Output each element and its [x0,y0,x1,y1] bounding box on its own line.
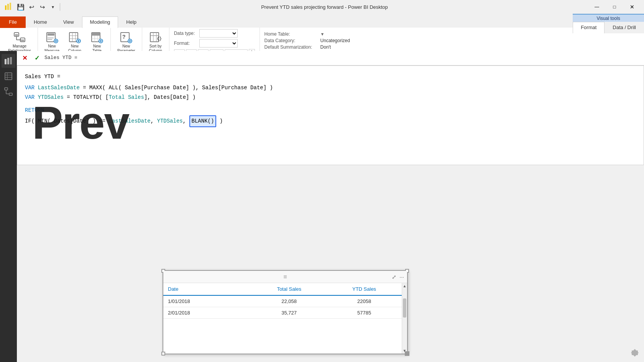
watermark-area [630,348,639,359]
cell-date-2: 2/01/2018 [163,307,251,318]
data-type-select[interactable] [199,29,238,38]
svg-rect-48 [5,88,8,90]
format-select[interactable] [199,39,238,48]
separator [60,3,60,11]
tab-modeling[interactable]: Modeling [82,16,118,28]
data-category-label-prop: Data Category: [264,38,318,43]
quick-access-toolbar: 💾 ↩ ↪ ▼ [3,1,61,13]
cell-date-1: 1/01/2018 [163,296,251,307]
visual-tools-group: Visual tools Format Data / Drill [573,14,644,28]
format-label: Format: [174,41,197,46]
code-var1-func: MAXX( ALL( Sales[Purchase Date] ), Sales… [89,83,273,93]
svg-rect-0 [5,5,7,10]
code-comma: , [151,116,157,126]
table-more-button[interactable]: ··· [399,274,404,280]
tab-file[interactable]: File [0,16,26,28]
table-widget-header: ≡ ⤢ ··· [163,271,407,283]
sidebar-icon-model[interactable] [2,85,15,98]
manage-relationships-icon [13,31,26,43]
code-comma2: , [183,116,189,126]
redo-button[interactable]: ↪ [38,2,47,11]
dropdown-arrow[interactable]: ▼ [48,2,58,11]
new-table-icon [91,31,103,43]
formula-name: Sales YTD = [44,54,77,61]
app-logo [3,1,15,13]
maximize-button[interactable]: □ [606,0,623,14]
table-scroll-up[interactable]: ▲ [402,283,407,289]
report-canvas: Sales YTD = VAR LastSalesDate = MAXX( AL… [17,66,644,362]
table-scrollbar-thumb[interactable] [403,298,406,318]
main-canvas: Sales YTD = VAR LastSalesDate = MAXX( AL… [17,66,644,362]
resize-handle-bl[interactable] [161,352,165,355]
data-type-label: Data type: [174,31,197,36]
code-var2-func2: ], Dates[Date] ) [144,93,196,102]
home-table-label: Home Table: [264,31,318,37]
canvas-preview-text: Prev [32,96,129,149]
svg-rect-2 [10,3,11,10]
formula-accept-button[interactable]: ✓ [32,54,41,63]
svg-rect-6 [21,39,24,42]
table-header-row: Date Total Sales YTD Sales [163,283,402,296]
table-scrollbar[interactable]: ▲ ▼ [402,283,407,354]
data-category-value: Uncategorized [320,38,350,43]
tab-view[interactable]: View [55,16,82,28]
svg-rect-5 [15,34,18,36]
cell-total-sales-2: 35,727 [251,307,327,318]
new-measure-icon [46,31,58,43]
formula-cancel-button[interactable]: ✕ [20,54,29,63]
cell-ytd-sales-1: 22058 [327,296,402,307]
save-button[interactable]: 💾 [16,2,25,11]
code-var1-eq: = [80,83,89,93]
minimize-button[interactable]: — [588,0,606,14]
svg-rect-49 [9,93,12,95]
new-column-icon [69,31,81,43]
svg-rect-44 [5,73,12,80]
col-header-ytd-sales: YTD Sales [327,283,402,295]
cell-total-sales-1: 22,058 [251,296,327,307]
ribbon-tabs-row: File Home View Modeling Help Visual tool… [0,14,644,28]
default-summarization-label: Default Summarization: [264,44,318,50]
tab-help[interactable]: Help [118,16,145,28]
new-parameter-icon: ? [120,31,132,43]
sidebar-icon-data[interactable] [2,69,15,83]
tab-home[interactable]: Home [26,16,55,28]
svg-rect-37 [150,33,159,42]
default-summarization-value: Don't [320,44,331,50]
svg-rect-1 [7,4,9,10]
col-header-date: Date [163,283,251,295]
svg-rect-25 [92,33,100,36]
sort-by-column-icon [150,31,162,43]
svg-rect-41 [5,59,7,64]
window-title: Prevent YTD sales projecting forward - P… [61,4,588,10]
code-ytdsales-ref: YTDSales [157,116,183,126]
svg-text:?: ? [122,34,126,40]
window-controls: — □ ✕ [588,0,641,14]
table-row: 2/01/2018 35,727 57785 [163,307,402,319]
sidebar-icon-report[interactable] [2,54,15,68]
code-close-paren: ) [216,116,223,126]
table-drag-handle[interactable]: ≡ [283,274,287,280]
table-row: 1/01/2018 22,058 22058 [163,296,402,307]
formula-content[interactable]: Sales YTD = [44,54,641,61]
code-blank-highlighted: BLANK() [189,115,217,127]
visual-tools-banner: Visual tools [573,14,644,22]
svg-rect-10 [48,33,54,36]
home-table-dropdown[interactable]: ▼ [320,32,325,36]
table-content: Date Total Sales YTD Sales 1/01/2018 22,… [163,283,402,319]
code-var1: VAR [25,83,38,93]
table-widget[interactable]: ≡ ⤢ ··· Date Total Sales YTD Sales 1/01/… [163,270,408,354]
svg-rect-43 [10,57,12,64]
table-expand-button[interactable]: ⤢ [392,274,396,280]
svg-rect-42 [7,58,9,64]
close-button[interactable]: ✕ [623,0,641,14]
left-sidebar [0,51,17,362]
undo-button[interactable]: ↩ [27,2,36,11]
table-widget-controls: ⤢ ··· [392,274,404,280]
resize-handle-br[interactable] [405,351,409,356]
cell-ytd-sales-2: 57785 [327,307,402,318]
col-header-total-sales: Total Sales [251,283,327,295]
formula-bar: ✕ ✓ Sales YTD = [17,51,644,66]
code-var1-name: LastSalesDate [38,83,80,93]
code-formula-name: Sales YTD = [25,72,60,82]
